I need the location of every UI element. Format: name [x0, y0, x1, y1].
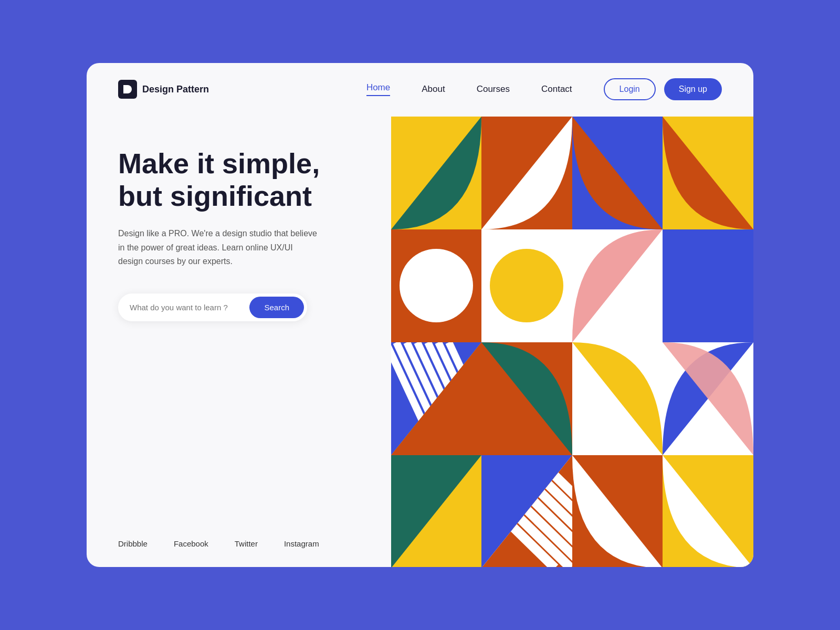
- hero-section: Make it simple, but significant Design l…: [118, 147, 360, 321]
- search-bar: Search: [118, 293, 307, 321]
- left-panel: Make it simple, but significant Design l…: [87, 116, 391, 567]
- logo-icon: [118, 80, 137, 99]
- svg-rect-10: [663, 229, 753, 342]
- right-panel: [391, 116, 753, 567]
- main-content: Make it simple, but significant Design l…: [87, 116, 753, 567]
- login-button[interactable]: Login: [604, 78, 656, 100]
- footer-links: Dribbble Facebook Twitter Instagram: [118, 529, 360, 548]
- svg-point-6: [400, 249, 473, 322]
- hero-description: Design like a PRO. We're a design studio…: [118, 227, 318, 268]
- nav-courses[interactable]: Courses: [477, 84, 510, 94]
- signup-button[interactable]: Sign up: [664, 78, 722, 100]
- geometric-art: [391, 116, 753, 567]
- nav-contact[interactable]: Contact: [541, 84, 572, 94]
- footer-link-facebook[interactable]: Facebook: [174, 539, 208, 548]
- svg-point-8: [490, 249, 563, 322]
- footer-link-instagram[interactable]: Instagram: [284, 539, 319, 548]
- search-input[interactable]: [130, 303, 249, 312]
- navbar: Design Pattern Home About Courses Contac…: [87, 63, 753, 116]
- hero-title: Make it simple, but significant: [118, 147, 360, 212]
- main-card: Design Pattern Home About Courses Contac…: [87, 63, 753, 567]
- logo: Design Pattern: [118, 80, 209, 99]
- search-button[interactable]: Search: [249, 297, 304, 318]
- footer-link-dribbble[interactable]: Dribbble: [118, 539, 148, 548]
- footer-link-twitter[interactable]: Twitter: [235, 539, 258, 548]
- nav-links: Home About Courses Contact: [366, 82, 572, 96]
- logo-text: Design Pattern: [142, 84, 209, 95]
- nav-actions: Login Sign up: [604, 78, 722, 100]
- nav-about[interactable]: About: [422, 84, 445, 94]
- nav-home[interactable]: Home: [366, 82, 390, 96]
